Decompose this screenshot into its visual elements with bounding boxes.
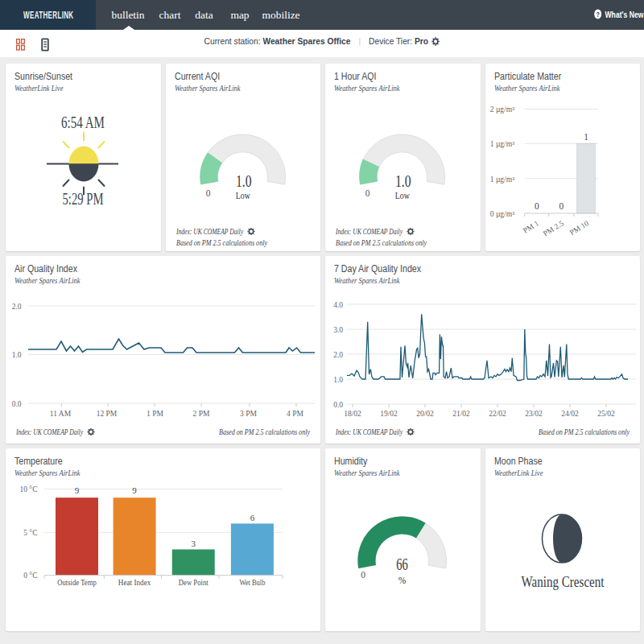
svg-text:Index: UK COMEAP Daily: Index: UK COMEAP Daily (335, 427, 402, 436)
svg-text:0: 0 (365, 188, 370, 198)
svg-text:20/02: 20/02 (416, 410, 434, 418)
svg-text:2.0: 2.0 (333, 351, 343, 359)
svg-text:1.0: 1.0 (395, 172, 411, 190)
svg-text:2 µg/m³: 2 µg/m³ (489, 105, 514, 114)
svg-text:0.0: 0.0 (12, 400, 22, 408)
svg-text:Low: Low (395, 191, 411, 200)
svg-text:%: % (398, 576, 407, 585)
svg-text:0: 0 (559, 201, 564, 211)
svg-text:Waning Crescent: Waning Crescent (521, 573, 605, 590)
svg-text:10 °C: 10 °C (19, 485, 37, 493)
svg-text:3: 3 (192, 539, 196, 548)
svg-text:0.0: 0.0 (333, 401, 343, 409)
svg-text:PM 10: PM 10 (568, 219, 590, 237)
svg-text:11 AM: 11 AM (50, 410, 72, 418)
svg-text:19/02: 19/02 (380, 410, 398, 418)
svg-text:4.0: 4.0 (333, 301, 343, 309)
svg-text:3 PM: 3 PM (240, 410, 257, 418)
svg-text:1.0: 1.0 (236, 172, 252, 190)
svg-text:PM 2.5: PM 2.5 (542, 219, 565, 237)
svg-text:9: 9 (75, 485, 80, 495)
svg-text:Based on PM 2.5 calculations o: Based on PM 2.5 calculations only (219, 427, 310, 436)
svg-text:6:54 AM: 6:54 AM (61, 114, 105, 131)
svg-text:PM 1: PM 1 (522, 219, 540, 235)
svg-text:18/02: 18/02 (344, 410, 361, 418)
svg-text:1 PM: 1 PM (147, 410, 163, 418)
svg-text:12 PM: 12 PM (97, 410, 118, 418)
svg-text:1 µg/m³: 1 µg/m³ (489, 140, 514, 148)
svg-text:Index: UK COMEAP Daily: Index: UK COMEAP Daily (335, 226, 402, 236)
svg-text:Low: Low (235, 191, 250, 200)
svg-text:23/02: 23/02 (525, 410, 543, 418)
svg-text:Outside Temp: Outside Temp (57, 578, 97, 587)
svg-text:4 PM: 4 PM (287, 410, 303, 418)
svg-text:1.0: 1.0 (12, 351, 22, 359)
svg-text:Based on PM 2.5 calculations o: Based on PM 2.5 calculations only (176, 237, 267, 247)
svg-text:Based on PM 2.5 calculations o: Based on PM 2.5 calculations only (539, 427, 630, 436)
svg-text:Index: UK COMEAP Daily: Index: UK COMEAP Daily (15, 427, 83, 436)
svg-text:2.0: 2.0 (12, 303, 22, 311)
svg-text:5:29 PM: 5:29 PM (63, 190, 104, 208)
svg-text:1: 1 (584, 132, 588, 142)
svg-text:6: 6 (250, 513, 255, 522)
svg-text:3.0: 3.0 (333, 326, 343, 334)
svg-text:?: ? (596, 10, 599, 19)
svg-text:Dew Point: Dew Point (179, 578, 208, 587)
svg-text:Index: UK COMEAP Daily: Index: UK COMEAP Daily (175, 226, 243, 236)
svg-text:Based on PM 2.5 calculations o: Based on PM 2.5 calculations only (336, 237, 427, 247)
svg-text:21/02: 21/02 (452, 410, 470, 418)
svg-text:25/02: 25/02 (597, 410, 615, 418)
svg-text:0: 0 (534, 201, 539, 211)
svg-text:22/02: 22/02 (489, 410, 506, 418)
svg-text:0 µg/m³: 0 µg/m³ (489, 210, 514, 218)
svg-text:2 PM: 2 PM (193, 410, 210, 418)
svg-text:0: 0 (205, 188, 210, 198)
svg-text:1 µg/m³: 1 µg/m³ (489, 175, 514, 184)
svg-text:0: 0 (361, 570, 365, 580)
svg-text:66: 66 (396, 555, 408, 573)
svg-text:0 °C: 0 °C (23, 572, 37, 580)
svg-text:24/02: 24/02 (561, 410, 579, 418)
svg-text:Wet Bulb: Wet Bulb (239, 578, 265, 587)
svg-text:Heat Index: Heat Index (118, 578, 151, 587)
svg-text:9: 9 (132, 485, 137, 495)
svg-text:5 °C: 5 °C (23, 529, 37, 537)
svg-text:1.0: 1.0 (333, 376, 343, 384)
